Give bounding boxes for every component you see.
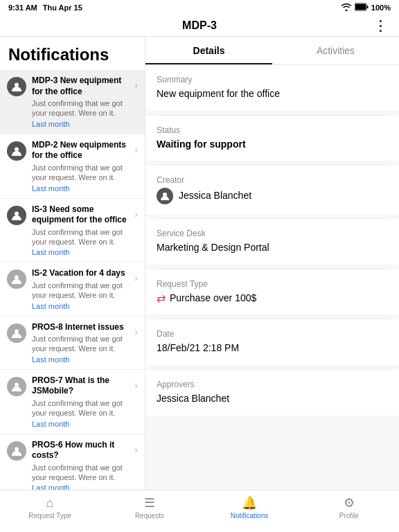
status-label: Status: [157, 125, 388, 135]
avatar-pros7: [7, 377, 26, 396]
nav-requests[interactable]: ☰ Requests: [100, 490, 200, 524]
avatar-is3: [7, 206, 26, 225]
battery-icon: [355, 3, 369, 12]
notif-time-pros8: Last month: [32, 355, 132, 364]
notif-title-mdp3: MDP-3 New equipment for the office: [32, 76, 132, 97]
details-content: Summary New equipment for the office Sta…: [145, 65, 399, 490]
notif-content-pros6: PROS-6 How much it costs? Just confirmin…: [32, 440, 132, 490]
notif-body-is2: Just confirming that we got your request…: [32, 281, 132, 301]
svg-point-3: [15, 83, 19, 87]
creator-section: Creator Jessica Blanchet: [145, 166, 399, 214]
notif-body-pros6: Just confirming that we got your request…: [32, 463, 132, 483]
svg-point-6: [15, 276, 19, 280]
creator-label: Creator: [157, 175, 388, 185]
notif-time-mdp2: Last month: [32, 184, 132, 193]
top-header: MDP-3 ⋮: [0, 15, 399, 37]
notif-content-pros7: PROS-7 What is the JSMobile? Just confir…: [32, 375, 132, 428]
service-desk-section: Service Desk Marketing & Design Portal: [145, 219, 399, 265]
avatar-mdp3: [7, 77, 26, 96]
requests-icon: ☰: [144, 495, 155, 511]
notif-body-pros8: Just confirming that we got your request…: [32, 334, 132, 354]
svg-point-5: [15, 211, 19, 215]
left-panel: Notifications MDP-3 New equipment for th…: [0, 37, 145, 490]
avatar-mdp2: [7, 141, 26, 161]
summary-section: Summary New equipment for the office: [145, 65, 399, 111]
summary-value: New equipment for the office: [157, 87, 388, 101]
notifications-icon: 🔔: [242, 495, 257, 511]
tab-details[interactable]: Details: [145, 37, 272, 64]
svg-rect-2: [355, 4, 366, 10]
status-bar: 9:31 AM Thu Apr 15 100%: [0, 0, 399, 15]
notif-content-is2: IS-2 Vacation for 4 days Just confirming…: [32, 268, 132, 310]
chevron-icon-pros6: ›: [134, 444, 138, 455]
status-time: 9:31 AM: [8, 3, 37, 12]
svg-point-9: [15, 447, 19, 451]
main-layout: Notifications MDP-3 New equipment for th…: [0, 37, 399, 490]
nav-requests-label: Requests: [135, 512, 164, 520]
notif-content-mdp3: MDP-3 New equipment for the office Just …: [32, 76, 132, 128]
notif-title-mdp2: MDP-2 New equipments for the office: [32, 140, 132, 161]
date-label: Date: [157, 329, 388, 339]
notification-item-pros6[interactable]: PROS-6 How much it costs? Just confirmin…: [0, 434, 145, 490]
tabs: Details Activities: [145, 37, 399, 65]
nav-request-type-label: Request Type: [28, 512, 71, 520]
nav-request-type[interactable]: ⌂ Request Type: [0, 490, 100, 524]
notif-time-is3: Last month: [32, 248, 132, 256]
nav-notifications-label: Notifications: [231, 512, 268, 520]
header-title: MDP-3: [182, 19, 217, 32]
request-type-label: Request Type: [157, 279, 388, 289]
notif-time-is2: Last month: [32, 302, 132, 310]
approvers-value: Jessica Blanchet: [157, 392, 388, 406]
summary-label: Summary: [157, 75, 388, 85]
notif-time-pros7: Last month: [32, 420, 132, 428]
chevron-icon-mdp2: ›: [134, 144, 138, 155]
date-value: 18/Feb/21 2:18 PM: [157, 342, 388, 355]
creator-value: Jessica Blanchet: [179, 189, 251, 203]
notif-title-is3: IS-3 Need some equipment for the office: [32, 204, 132, 226]
avatar-pros8: [7, 323, 26, 343]
approvers-section: Approvers Jessica Blanchet: [145, 370, 399, 416]
wifi-icon: [341, 3, 352, 12]
status-date: Thu Apr 15: [43, 3, 82, 12]
svg-point-8: [15, 382, 19, 387]
notif-body-is3: Just confirming that we got your request…: [32, 227, 132, 247]
notif-content-pros8: PROS-8 Internet issues Just confirming t…: [32, 322, 132, 364]
notif-time-mdp3: Last month: [32, 120, 132, 128]
notification-item-pros8[interactable]: PROS-8 Internet issues Just confirming t…: [0, 317, 145, 370]
nav-notifications[interactable]: 🔔 Notifications: [200, 490, 299, 524]
creator-avatar: [157, 188, 173, 204]
notif-title-pros6: PROS-6 How much it costs?: [32, 440, 132, 461]
chevron-icon-is2: ›: [134, 272, 138, 283]
notification-item-is3[interactable]: IS-3 Need some equipment for the office …: [0, 199, 145, 263]
date-section: Date 18/Feb/21 2:18 PM: [145, 319, 399, 365]
notification-item-mdp2[interactable]: MDP-2 New equipments for the office Just…: [0, 134, 145, 199]
chevron-icon-mdp3: ›: [134, 80, 138, 91]
chevron-icon-pros7: ›: [134, 380, 138, 391]
svg-point-4: [15, 147, 19, 151]
approvers-label: Approvers: [157, 380, 388, 389]
notification-item-pros7[interactable]: PROS-7 What is the JSMobile? Just confir…: [0, 370, 145, 434]
service-desk-value: Marketing & Design Portal: [157, 241, 388, 255]
header-menu-button[interactable]: ⋮: [373, 17, 388, 34]
chevron-icon-pros8: ›: [134, 326, 138, 337]
request-type-value: Purchase over 100$: [170, 292, 256, 305]
profile-icon: ⚙: [344, 495, 355, 511]
nav-profile-label: Profile: [339, 512, 359, 520]
request-type-icon: ⇄: [157, 292, 166, 305]
notifications-title: Notifications: [0, 37, 145, 70]
home-icon: ⌂: [46, 496, 54, 511]
status-section: Status Waiting for support: [145, 116, 399, 161]
notif-body-mdp2: Just confirming that we got your request…: [32, 163, 132, 183]
nav-profile[interactable]: ⚙ Profile: [299, 490, 399, 524]
request-type-section: Request Type ⇄ Purchase over 100$: [145, 269, 399, 315]
notification-item-mdp3[interactable]: MDP-3 New equipment for the office Just …: [0, 70, 145, 134]
avatar-is2: [7, 269, 26, 289]
notification-item-is2[interactable]: IS-2 Vacation for 4 days Just confirming…: [0, 263, 145, 316]
notification-list: MDP-3 New equipment for the office Just …: [0, 70, 145, 490]
notif-time-pros6: Last month: [32, 484, 132, 490]
notif-body-mdp3: Just confirming that we got your request…: [32, 98, 132, 118]
notif-body-pros7: Just confirming that we got your request…: [32, 398, 132, 418]
chevron-icon-is3: ›: [134, 209, 138, 220]
tab-activities[interactable]: Activities: [272, 37, 399, 64]
avatar-pros6: [7, 441, 26, 461]
